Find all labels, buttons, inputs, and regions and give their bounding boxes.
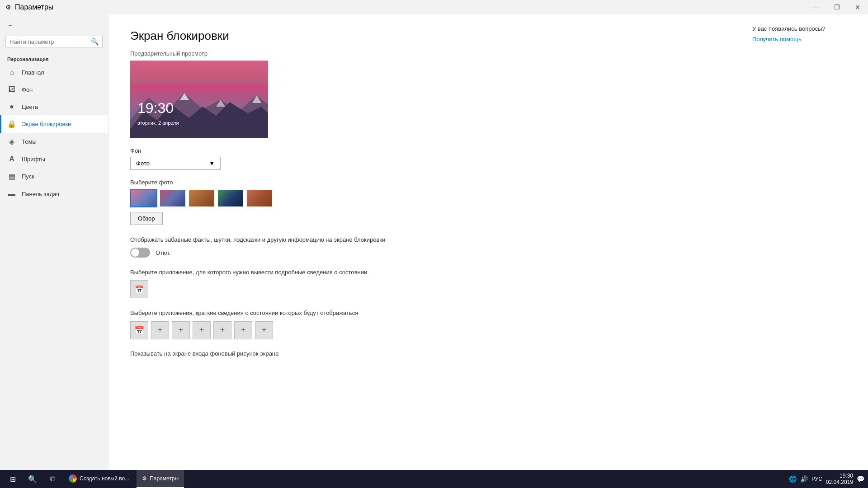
themes-icon: ◈ bbox=[7, 137, 16, 146]
back-icon: ← bbox=[7, 22, 13, 28]
help-panel: У вас появились вопросы? Получить помощь bbox=[741, 14, 868, 470]
sidebar-item-themes[interactable]: ◈ Темы bbox=[0, 133, 108, 150]
sidebar-item-taskbar[interactable]: ▬ Панель задач bbox=[0, 185, 108, 202]
quick-app-icon-add-6[interactable]: + bbox=[255, 321, 273, 339]
close-button[interactable]: ✕ bbox=[847, 0, 868, 14]
minimize-button[interactable]: — bbox=[806, 0, 826, 14]
quick-app-icon-add-2[interactable]: + bbox=[172, 321, 190, 339]
sidebar-search-box[interactable]: 🔍 bbox=[5, 36, 103, 47]
preview-date: вторник, 2 апреля bbox=[137, 120, 179, 126]
help-question: У вас появились вопросы? bbox=[752, 25, 857, 32]
colors-icon: ● bbox=[7, 103, 16, 111]
quick-app-section: Выберите приложения, краткие сведения о … bbox=[130, 309, 720, 339]
sidebar-item-label: Панель задач bbox=[22, 191, 59, 197]
search-icon: 🔍 bbox=[91, 38, 99, 45]
login-bg-label: Показывать на экране входа фоновый рисун… bbox=[130, 350, 720, 357]
start-button[interactable]: ⊞ bbox=[4, 470, 22, 488]
add-2-icon: + bbox=[179, 325, 184, 335]
sidebar-item-label: Цвета bbox=[22, 103, 38, 110]
calendar-small-icon: 📅 bbox=[134, 325, 144, 335]
sidebar-item-label: Фон bbox=[22, 86, 33, 93]
toggle-section: Отображать забавные факты, шутки, подска… bbox=[130, 236, 720, 258]
sidebar-item-lockscreen[interactable]: 🔒 Экран блокировки bbox=[0, 115, 108, 133]
search-button[interactable]: 🔍 bbox=[24, 470, 42, 488]
help-link[interactable]: Получить помощь bbox=[752, 36, 802, 42]
network-icon[interactable]: 🌐 bbox=[789, 475, 797, 483]
toggle-row: Откл. bbox=[130, 248, 720, 258]
sidebar-item-home[interactable]: ⌂ Главная bbox=[0, 64, 108, 81]
chrome-icon bbox=[69, 474, 77, 483]
toggle-status: Откл. bbox=[156, 249, 170, 256]
taskbar-time-block[interactable]: 19:30 02.04.2019 bbox=[826, 473, 853, 485]
toggle-switch[interactable] bbox=[130, 248, 150, 258]
settings-taskbar-icon: ⚙ bbox=[142, 475, 147, 482]
task-view-button[interactable]: ⧉ bbox=[43, 470, 61, 488]
photo-thumb-2[interactable] bbox=[159, 189, 186, 207]
taskbar-icon: ▬ bbox=[7, 190, 16, 198]
sidebar-item-label: Главная bbox=[22, 69, 44, 76]
background-dropdown[interactable]: Фото ▼ bbox=[130, 157, 221, 170]
add-6-icon: + bbox=[262, 325, 267, 335]
quick-app-label: Выберите приложения, краткие сведения о … bbox=[130, 309, 720, 317]
sidebar-item-label: Экран блокировки bbox=[22, 121, 71, 127]
sidebar-item-background[interactable]: 🖼 Фон bbox=[0, 81, 108, 98]
quick-app-icon-add-1[interactable]: + bbox=[151, 321, 169, 339]
sidebar-item-colors[interactable]: ● Цвета bbox=[0, 98, 108, 115]
sidebar-item-fonts[interactable]: A Шрифты bbox=[0, 150, 108, 168]
search-input[interactable] bbox=[9, 38, 91, 45]
taskbar-chrome-app[interactable]: Создать новый во... bbox=[63, 470, 135, 488]
add-5-icon: + bbox=[241, 325, 246, 335]
thumb-image-4 bbox=[218, 190, 243, 206]
sidebar-back-button[interactable]: ← bbox=[0, 18, 108, 32]
chrome-label: Создать новый во... bbox=[80, 475, 129, 482]
photo-thumbnails bbox=[130, 189, 720, 207]
notifications-icon[interactable]: 💬 bbox=[857, 475, 864, 483]
title-bar-controls: — ❐ ✕ bbox=[806, 0, 868, 14]
title-bar-title: Параметры bbox=[15, 3, 53, 11]
toggle-knob bbox=[131, 249, 139, 257]
thumb-image-2 bbox=[160, 190, 185, 206]
detailed-app-label: Выберите приложение, для которого нужно … bbox=[130, 268, 720, 277]
taskbar-settings-app[interactable]: ⚙ Параметры bbox=[137, 470, 184, 488]
photo-thumb-5[interactable] bbox=[246, 189, 273, 207]
lockscreen-preview: 19:30 вторник, 2 апреля bbox=[130, 61, 268, 138]
background-icon: 🖼 bbox=[7, 85, 16, 94]
main-panel: Экран блокировки Предварительный просмот… bbox=[108, 14, 741, 470]
background-label: Фон bbox=[130, 147, 720, 154]
photo-thumb-4[interactable] bbox=[217, 189, 244, 207]
thumb-image-3 bbox=[189, 190, 214, 206]
app-body: ← 🔍 Персонализация ⌂ Главная 🖼 Фон ● Цве… bbox=[0, 14, 868, 470]
sidebar: ← 🔍 Персонализация ⌂ Главная 🖼 Фон ● Цве… bbox=[0, 14, 108, 470]
language-indicator[interactable]: РУС bbox=[811, 476, 822, 482]
sidebar-item-label: Пуск bbox=[22, 173, 34, 180]
home-icon: ⌂ bbox=[7, 68, 16, 76]
background-value: Фото bbox=[136, 160, 150, 167]
thumb-image-5 bbox=[247, 190, 272, 206]
fonts-icon: A bbox=[7, 155, 16, 163]
sidebar-item-label: Темы bbox=[22, 138, 37, 145]
taskbar-left: ⊞ 🔍 ⧉ Создать новый во... ⚙ Параметры bbox=[4, 470, 184, 488]
calendar-icon: 📅 bbox=[135, 285, 144, 294]
browse-button[interactable]: Обзор bbox=[130, 212, 163, 225]
quick-app-icon-add-3[interactable]: + bbox=[193, 321, 211, 339]
photo-thumb-1[interactable] bbox=[130, 189, 157, 207]
detailed-app-section: Выберите приложение, для которого нужно … bbox=[130, 268, 720, 298]
start-icon: ▤ bbox=[7, 172, 16, 181]
volume-icon[interactable]: 🔊 bbox=[800, 475, 808, 483]
quick-app-icon-add-5[interactable]: + bbox=[234, 321, 252, 339]
thumb-image-1 bbox=[131, 190, 156, 206]
sidebar-item-start[interactable]: ▤ Пуск bbox=[0, 168, 108, 185]
detailed-app-icon-calendar[interactable]: 📅 bbox=[130, 280, 148, 298]
quick-app-icons: 📅 + + + + + + bbox=[130, 321, 720, 339]
page-title: Экран блокировки bbox=[130, 29, 720, 43]
quick-app-icon-add-4[interactable]: + bbox=[213, 321, 231, 339]
photo-thumb-3[interactable] bbox=[188, 189, 215, 207]
quick-app-icon-calendar[interactable]: 📅 bbox=[130, 321, 148, 339]
preview-time: 19:30 bbox=[137, 100, 174, 117]
search-taskbar-icon: 🔍 bbox=[28, 475, 37, 483]
title-bar-left: ⚙ Параметры bbox=[5, 3, 53, 11]
task-view-icon: ⧉ bbox=[50, 475, 55, 483]
photo-select-label: Выберите фото bbox=[130, 179, 720, 186]
start-icon: ⊞ bbox=[10, 475, 16, 483]
restore-button[interactable]: ❐ bbox=[826, 0, 847, 14]
